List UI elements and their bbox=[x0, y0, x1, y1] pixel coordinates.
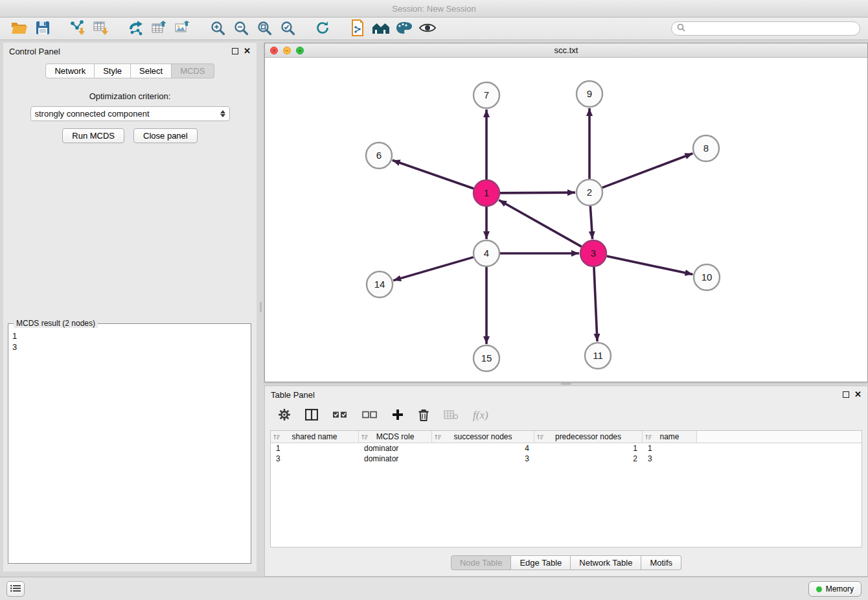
graph-node-2[interactable]: 2 bbox=[577, 179, 602, 205]
delete-table-button[interactable] bbox=[444, 410, 459, 422]
column-header-predecessor-nodes[interactable]: predecessor nodes bbox=[534, 431, 643, 443]
minimize-window-icon[interactable]: − bbox=[283, 47, 291, 54]
graph-edge-3-11[interactable] bbox=[594, 267, 597, 341]
graph-node-15[interactable]: 15 bbox=[474, 345, 499, 371]
export-table-button[interactable] bbox=[148, 19, 171, 38]
graph-edge-3-1[interactable] bbox=[499, 200, 582, 247]
graph-edge-2-8[interactable] bbox=[602, 154, 693, 188]
refresh-icon bbox=[315, 20, 330, 38]
mcds-result-box: MCDS result (2 nodes) 1 3 bbox=[8, 319, 251, 564]
graph-node-14[interactable]: 14 bbox=[367, 271, 393, 297]
graph-edge-1-2[interactable] bbox=[500, 192, 575, 193]
close-window-icon[interactable]: × bbox=[270, 47, 278, 54]
network-window-titlebar[interactable]: × − + scc.txt bbox=[265, 43, 867, 58]
close-table-panel-icon[interactable]: ✕ bbox=[854, 391, 862, 398]
close-panel-icon[interactable]: ✕ bbox=[244, 48, 251, 54]
open-session-button[interactable] bbox=[8, 19, 31, 38]
apply-style-button[interactable] bbox=[393, 19, 416, 38]
graph-node-7[interactable]: 7 bbox=[474, 82, 499, 108]
column-header-successor-nodes[interactable]: successor nodes bbox=[432, 431, 534, 443]
search-icon bbox=[677, 23, 685, 34]
columns-icon bbox=[305, 409, 318, 422]
criterion-dropdown[interactable]: strongly connected component bbox=[30, 106, 230, 121]
show-panels-button[interactable] bbox=[6, 581, 25, 597]
graph-edge-2-3[interactable] bbox=[590, 206, 592, 239]
run-mcds-button[interactable]: Run MCDS bbox=[62, 128, 124, 143]
table-settings-button[interactable] bbox=[278, 408, 291, 423]
unselect-all-columns-button[interactable] bbox=[362, 410, 378, 421]
select-all-columns-button[interactable] bbox=[332, 410, 348, 421]
column-header-shared-name[interactable]: shared name bbox=[271, 431, 359, 443]
graph-node-label: 3 bbox=[591, 248, 596, 259]
graph-node-9[interactable]: 9 bbox=[577, 81, 602, 107]
column-header-mcds-role[interactable]: MCDS role bbox=[359, 431, 432, 443]
control-panel: Control Panel ✕ NetworkStyleSelectMCDS O… bbox=[3, 43, 257, 571]
export-network-button[interactable] bbox=[124, 19, 148, 38]
control-tab-style[interactable]: Style bbox=[95, 63, 131, 78]
graph-edge-4-14[interactable] bbox=[393, 257, 474, 281]
float-table-panel-icon[interactable] bbox=[843, 391, 849, 398]
zoom-fit-icon bbox=[257, 20, 272, 38]
column-header-name[interactable]: name bbox=[643, 431, 697, 443]
export-image-button[interactable] bbox=[171, 19, 194, 38]
control-tab-network[interactable]: Network bbox=[45, 63, 95, 78]
home-button[interactable] bbox=[369, 19, 393, 38]
table-tab-edge-table[interactable]: Edge Table bbox=[511, 555, 571, 570]
graph-node-3[interactable]: 3 bbox=[580, 240, 606, 266]
graph-node-label: 6 bbox=[376, 150, 382, 161]
mcds-result-title: MCDS result (2 nodes) bbox=[14, 319, 98, 328]
refresh-button[interactable] bbox=[311, 19, 334, 38]
import-network-button[interactable] bbox=[66, 19, 89, 38]
zoom-out-icon bbox=[233, 20, 249, 38]
graph-node-label: 7 bbox=[484, 89, 489, 100]
delete-column-button[interactable] bbox=[418, 408, 429, 423]
checked-boxes-icon bbox=[332, 410, 348, 421]
memory-button[interactable]: Memory bbox=[808, 581, 862, 597]
window-titlebar: Session: New Session bbox=[0, 0, 868, 17]
graph-edge-1-6[interactable] bbox=[393, 160, 474, 189]
graph-node-label: 10 bbox=[702, 271, 713, 283]
maximize-window-icon[interactable]: + bbox=[296, 47, 304, 54]
close-panel-button[interactable]: Close panel bbox=[133, 128, 198, 143]
save-session-button[interactable] bbox=[31, 19, 54, 38]
function-builder-button[interactable]: f(x) bbox=[473, 409, 488, 422]
graph-node-11[interactable]: 11 bbox=[585, 343, 611, 369]
create-column-button[interactable] bbox=[392, 409, 404, 422]
table-tab-node-table[interactable]: Node Table bbox=[451, 555, 512, 570]
table-row[interactable]: 3dominator323 bbox=[271, 454, 862, 464]
graph-edge-3-10[interactable] bbox=[607, 256, 693, 274]
table-row[interactable]: 1dominator411 bbox=[271, 443, 862, 454]
graph-node-4[interactable]: 4 bbox=[474, 240, 499, 266]
zoom-fit-button[interactable] bbox=[253, 19, 276, 38]
zoom-out-button[interactable] bbox=[229, 19, 253, 38]
control-tab-select[interactable]: Select bbox=[131, 63, 172, 78]
show-hide-graphics-button[interactable] bbox=[416, 19, 439, 38]
show-columns-button[interactable] bbox=[305, 409, 318, 422]
graph-node-8[interactable]: 8 bbox=[693, 135, 719, 161]
import-network-icon bbox=[69, 20, 86, 38]
table-cell: 2 bbox=[534, 454, 643, 463]
import-table-button[interactable] bbox=[89, 19, 113, 38]
vertical-splitter[interactable] bbox=[257, 43, 264, 577]
search-input[interactable] bbox=[689, 24, 854, 33]
table-body: 1dominator4113dominator323 bbox=[271, 443, 862, 464]
zoom-in-button[interactable] bbox=[206, 19, 229, 38]
home-icon bbox=[372, 21, 390, 37]
graph-node-10[interactable]: 10 bbox=[694, 264, 720, 290]
search-box[interactable] bbox=[671, 21, 860, 36]
graph-node-6[interactable]: 6 bbox=[366, 143, 392, 168]
control-tab-mcds[interactable]: MCDS bbox=[172, 63, 214, 78]
table-tab-network-table[interactable]: Network Table bbox=[571, 555, 641, 570]
table-cell: 3 bbox=[432, 454, 534, 463]
import-table-icon bbox=[93, 20, 109, 38]
table-panel-tabs: Node TableEdge TableNetwork TableMotifs bbox=[265, 555, 867, 570]
table-panel-header: Table Panel ✕ bbox=[265, 386, 867, 403]
graph-node-1[interactable]: 1 bbox=[474, 180, 499, 206]
network-canvas[interactable]: 7968124314101511 bbox=[265, 58, 867, 382]
open-recent-session-button[interactable] bbox=[346, 19, 369, 38]
zoom-selected-button[interactable] bbox=[276, 19, 299, 38]
table-panel-title: Table Panel bbox=[271, 390, 315, 400]
float-panel-icon[interactable] bbox=[232, 48, 238, 54]
table-toolbar: f(x) bbox=[265, 403, 867, 428]
table-tab-motifs[interactable]: Motifs bbox=[641, 555, 681, 570]
